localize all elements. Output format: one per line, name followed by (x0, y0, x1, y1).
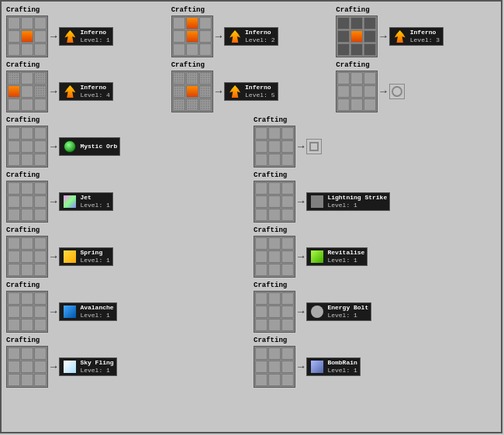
row-2: Crafting → (5, 60, 498, 114)
crafting-avalanche: Crafting → (5, 280, 250, 334)
cell (34, 374, 47, 386)
cell (268, 292, 281, 305)
result-inferno-5: Inferno Level: 5 (224, 82, 278, 102)
cell (8, 237, 20, 250)
label-sky-fling: Crafting (6, 337, 249, 344)
cell (268, 127, 281, 140)
cell (268, 209, 281, 221)
crafting-inferno-3: Crafting → (334, 5, 498, 59)
cell (199, 98, 212, 111)
result-text: Spring Level: 1 (80, 249, 109, 265)
grid-inferno-5 (171, 71, 213, 112)
result-icon (309, 359, 325, 375)
cell (255, 209, 268, 221)
result-icon (62, 139, 78, 154)
result-inferno-3: Inferno Level: 3 (389, 27, 444, 47)
cell (281, 127, 294, 140)
row-lightning: → Lightning Strike Level: 1 (254, 181, 496, 223)
cell (21, 154, 33, 166)
grid-spring (6, 236, 48, 278)
row-inferno-5: → Inferno Level: 5 (171, 71, 332, 112)
result-text: Lightning Strike Level: 1 (327, 194, 387, 210)
cell (337, 98, 350, 111)
cell (8, 292, 20, 305)
circle-icon (392, 86, 402, 97)
cell (34, 154, 47, 166)
cell (364, 43, 376, 56)
fire-icon (395, 30, 406, 43)
cell (281, 237, 294, 250)
fire-icon (230, 30, 240, 43)
jet-icon (64, 195, 76, 208)
cell-fire (350, 30, 363, 43)
cell (255, 237, 268, 250)
cell (21, 319, 33, 331)
label-revitalise: Crafting (254, 226, 496, 234)
arrow: → (216, 30, 222, 43)
result-text: Inferno Level: 3 (410, 29, 440, 45)
cell (255, 319, 268, 331)
cell (34, 209, 47, 221)
result-text: Inferno Level: 4 (80, 84, 109, 100)
crafting-inferno-1: Crafting → (5, 5, 168, 59)
result-icon (392, 29, 408, 44)
cell (173, 17, 185, 29)
cell (281, 250, 294, 263)
cell (268, 154, 281, 166)
cell (186, 72, 198, 85)
row-1: Crafting → (5, 5, 498, 59)
arrow: → (50, 250, 57, 263)
cell (364, 98, 376, 111)
result-icon (227, 84, 243, 99)
revitalise-icon (311, 250, 323, 263)
cell (8, 72, 20, 85)
cell (268, 319, 281, 331)
label-circle: Crafting (336, 61, 496, 69)
cell (255, 264, 268, 276)
cell (255, 250, 268, 263)
label-inferno-4: Crafting (6, 61, 167, 69)
cell (8, 347, 20, 360)
row-circle: → (336, 71, 496, 112)
cell (21, 85, 33, 98)
cell (281, 209, 294, 221)
cell (21, 250, 33, 263)
crafting-square: Crafting → (252, 115, 498, 169)
result-text: BombRain Level: 1 (327, 359, 357, 375)
cell (255, 292, 268, 305)
result-icon (227, 29, 243, 44)
result-circle (389, 84, 405, 99)
cell (199, 72, 212, 85)
cell (337, 43, 350, 56)
cell (199, 30, 212, 43)
cell (186, 30, 198, 43)
label-inferno-3: Crafting (336, 6, 496, 14)
result-text: Avalanche Level: 1 (80, 304, 113, 320)
cell (268, 140, 281, 153)
result-icon (62, 84, 78, 99)
label-spring: Crafting (6, 226, 249, 234)
cell (34, 17, 47, 29)
cell (255, 140, 268, 153)
grid-inferno-4 (6, 71, 48, 112)
cell (21, 237, 33, 250)
cell-fire (21, 30, 33, 43)
cell (255, 154, 268, 166)
cell (337, 30, 350, 43)
cell (350, 72, 363, 85)
arrow: → (298, 250, 304, 263)
crafting-inferno-2: Crafting → (170, 5, 333, 59)
fire-icon (230, 85, 240, 98)
cell (281, 347, 294, 360)
cell (21, 347, 33, 360)
cell (281, 140, 294, 153)
cell (34, 43, 47, 56)
fire-icon (64, 30, 75, 43)
cell (350, 85, 363, 98)
cell (8, 264, 20, 276)
grid-circle (336, 71, 378, 112)
cell (21, 209, 33, 221)
arrow: → (298, 140, 304, 153)
cell (21, 182, 33, 195)
cell (34, 361, 47, 373)
